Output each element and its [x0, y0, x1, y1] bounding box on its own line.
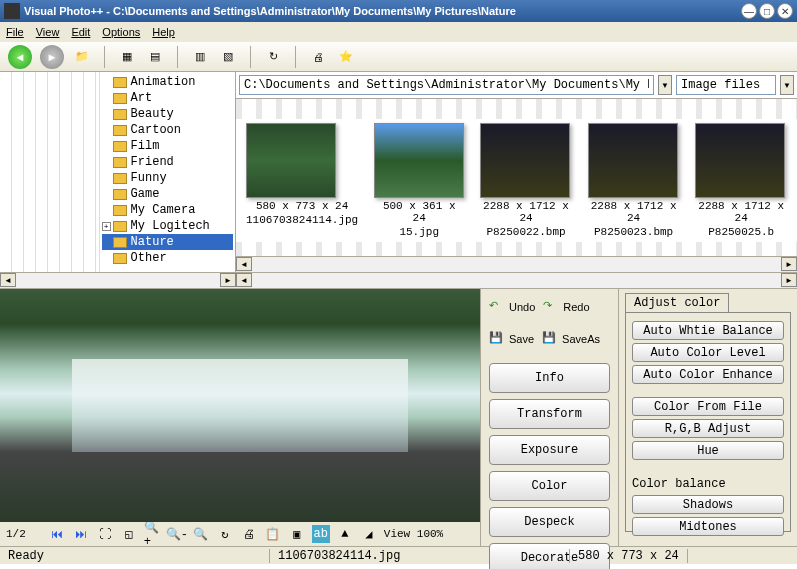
- favorite-icon[interactable]: ⭐: [336, 47, 356, 67]
- save-button[interactable]: Save: [509, 333, 534, 345]
- tool2-icon[interactable]: ab: [312, 525, 330, 543]
- thumbnail-dims: 2288 x 1712 x 24: [480, 200, 572, 224]
- folder-icon: [113, 77, 127, 88]
- zoom-out-icon[interactable]: 🔍-: [168, 525, 186, 543]
- adjust-auto-whtie-balance-button[interactable]: Auto Whtie Balance: [632, 321, 784, 340]
- thumbnail-dims: 2288 x 1712 x 24: [695, 200, 787, 224]
- tree-scroll-track[interactable]: [16, 273, 220, 288]
- tool3-icon[interactable]: ▲: [336, 525, 354, 543]
- thumb-scroll-right[interactable]: ►: [781, 273, 797, 287]
- tool4-icon[interactable]: ◢: [360, 525, 378, 543]
- view-details-icon[interactable]: ▥: [190, 47, 210, 67]
- exposure-button[interactable]: Exposure: [489, 435, 610, 465]
- thumbnail[interactable]: 2288 x 1712 x 24P8250022.bmp: [480, 123, 572, 238]
- tree-item[interactable]: Cartoon: [102, 122, 233, 138]
- thumb-scroll-left[interactable]: ◄: [236, 273, 252, 287]
- adjust-auto-color-level-button[interactable]: Auto Color Level: [632, 343, 784, 362]
- zoom-label: View 100%: [384, 528, 443, 540]
- thumbnail[interactable]: 2288 x 1712 x 24P8250023.bmp: [588, 123, 680, 238]
- tree-item[interactable]: Friend: [102, 154, 233, 170]
- tree-item[interactable]: Animation: [102, 74, 233, 90]
- folder-icon: [113, 237, 127, 248]
- close-button[interactable]: ✕: [777, 3, 793, 19]
- save-icon: 💾: [489, 331, 505, 347]
- menu-options[interactable]: Options: [102, 26, 140, 38]
- thumb-scroll-track[interactable]: [252, 273, 781, 288]
- tree-item[interactable]: Art: [102, 90, 233, 106]
- tool1-icon[interactable]: ▣: [288, 525, 306, 543]
- tree-item[interactable]: Game: [102, 186, 233, 202]
- undo-button[interactable]: Undo: [509, 301, 535, 313]
- view-list-icon[interactable]: ▤: [145, 47, 165, 67]
- filter-dropdown[interactable]: ▼: [780, 75, 794, 95]
- tree-scroll-right[interactable]: ►: [220, 273, 236, 287]
- print-icon[interactable]: 🖨: [308, 47, 328, 67]
- tree-item[interactable]: Other: [102, 250, 233, 266]
- menu-edit[interactable]: Edit: [71, 26, 90, 38]
- window-title: Visual Photo++ - C:\Documents and Settin…: [24, 5, 741, 17]
- print-icon[interactable]: 🖨: [240, 525, 258, 543]
- forward-button[interactable]: ►: [40, 45, 64, 69]
- back-button[interactable]: ◄: [8, 45, 32, 69]
- menu-view[interactable]: View: [36, 26, 60, 38]
- color-button[interactable]: Color: [489, 471, 610, 501]
- despeck-button[interactable]: Despeck: [489, 507, 610, 537]
- scroll-track[interactable]: [252, 257, 781, 272]
- tree-expand-icon[interactable]: +: [102, 222, 111, 231]
- up-folder-icon[interactable]: 📁: [72, 47, 92, 67]
- tree-item[interactable]: Nature: [102, 234, 233, 250]
- info-button[interactable]: Info: [489, 363, 610, 393]
- minimize-button[interactable]: —: [741, 3, 757, 19]
- folder-tree[interactable]: AnimationArtBeautyCartoonFilmFriendFunny…: [100, 72, 235, 272]
- adjust-midtones-button[interactable]: Midtones: [632, 517, 784, 536]
- thumbnail[interactable]: 580 x 773 x 241106703824114.jpg: [246, 123, 358, 238]
- adjust-panel: Adjust color Auto Whtie BalanceAuto Colo…: [618, 289, 797, 546]
- thumbnail[interactable]: 2288 x 1712 x 24P8250025.b: [695, 123, 787, 238]
- prev-page-button[interactable]: ⏮: [48, 525, 66, 543]
- thumbnail-image: [374, 123, 464, 198]
- refresh-icon[interactable]: ↻: [263, 47, 283, 67]
- scroll-left-button[interactable]: ◄: [236, 257, 252, 271]
- path-input[interactable]: [239, 75, 654, 95]
- thumbnail-name: P8250023.bmp: [588, 226, 680, 238]
- status-dims: 580 x 773 x 24: [570, 549, 688, 563]
- fullscreen-icon[interactable]: ⛶: [96, 525, 114, 543]
- tree-item-label: Friend: [131, 155, 174, 169]
- path-dropdown[interactable]: ▼: [658, 75, 672, 95]
- adjust-auto-color-enhance-button[interactable]: Auto Color Enhance: [632, 365, 784, 384]
- adjust-shadows-button[interactable]: Shadows: [632, 495, 784, 514]
- view-icons-icon[interactable]: ▦: [117, 47, 137, 67]
- tree-item[interactable]: Beauty: [102, 106, 233, 122]
- adjust-color-from-file-button[interactable]: Color From File: [632, 397, 784, 416]
- menu-file[interactable]: File: [6, 26, 24, 38]
- zoom-reset-icon[interactable]: 🔍: [192, 525, 210, 543]
- adjust-tab[interactable]: Adjust color: [625, 293, 729, 312]
- adjust-hue-button[interactable]: Hue: [632, 441, 784, 460]
- rotate-icon[interactable]: ↻: [216, 525, 234, 543]
- thumbnail[interactable]: 500 x 361 x 2415.jpg: [374, 123, 464, 238]
- undo-icon: ↶: [489, 299, 505, 315]
- mid-panel: ↶Undo ↷Redo 💾Save 💾SaveAs InfoTransformE…: [480, 289, 618, 546]
- copy-icon[interactable]: 📋: [264, 525, 282, 543]
- folder-icon: [113, 205, 127, 216]
- tree-item[interactable]: +My Logitech: [102, 218, 233, 234]
- redo-button[interactable]: Redo: [563, 301, 589, 313]
- transform-button[interactable]: Transform: [489, 399, 610, 429]
- zoom-in-icon[interactable]: 🔍+: [144, 525, 162, 543]
- fit-icon[interactable]: ◱: [120, 525, 138, 543]
- statusbar: Ready 1106703824114.jpg 580 x 773 x 24: [0, 546, 797, 564]
- filmstrip: 580 x 773 x 241106703824114.jpg500 x 361…: [236, 99, 797, 256]
- maximize-button[interactable]: □: [759, 3, 775, 19]
- menu-help[interactable]: Help: [152, 26, 175, 38]
- path-bar: ▼ ▼: [236, 72, 797, 99]
- saveas-button[interactable]: SaveAs: [562, 333, 600, 345]
- next-page-button[interactable]: ⏭: [72, 525, 90, 543]
- tree-item[interactable]: Film: [102, 138, 233, 154]
- tree-item[interactable]: My Camera: [102, 202, 233, 218]
- view-thumbs-icon[interactable]: ▧: [218, 47, 238, 67]
- filter-input[interactable]: [676, 75, 776, 95]
- adjust-r-g-b-adjust-button[interactable]: R,G,B Adjust: [632, 419, 784, 438]
- scroll-right-button[interactable]: ►: [781, 257, 797, 271]
- tree-item[interactable]: Funny: [102, 170, 233, 186]
- tree-scroll-left[interactable]: ◄: [0, 273, 16, 287]
